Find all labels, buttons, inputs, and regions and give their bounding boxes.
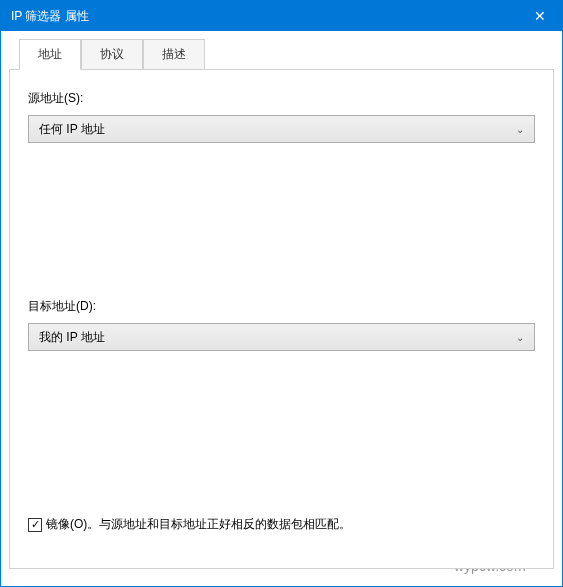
checkmark-icon: ✓	[31, 519, 40, 530]
tab-label: 协议	[100, 47, 124, 61]
mirror-checkbox[interactable]: ✓	[28, 518, 42, 532]
destination-address-group: 目标地址(D): 我的 IP 地址 ⌄	[28, 298, 535, 351]
mirror-checkbox-row: ✓ 镜像(O)。与源地址和目标地址正好相反的数据包相匹配。	[28, 516, 535, 533]
spacer	[28, 371, 535, 506]
chevron-down-icon: ⌄	[516, 332, 524, 343]
destination-address-select[interactable]: 我的 IP 地址 ⌄	[28, 323, 535, 351]
window-title: IP 筛选器 属性	[11, 8, 89, 25]
titlebar: IP 筛选器 属性 ✕	[1, 1, 562, 31]
tab-description[interactable]: 描述	[143, 39, 205, 69]
source-address-value: 任何 IP 地址	[39, 121, 105, 138]
tab-strip: 地址 协议 描述	[19, 39, 554, 69]
destination-address-label: 目标地址(D):	[28, 298, 535, 315]
spacer	[28, 163, 535, 298]
tab-protocol[interactable]: 协议	[81, 39, 143, 69]
tab-address[interactable]: 地址	[19, 39, 81, 70]
content-area: 地址 协议 描述 源地址(S): 任何 IP 地址 ⌄ 目标地址(D):	[1, 31, 562, 586]
destination-address-value: 我的 IP 地址	[39, 329, 105, 346]
tab-label: 描述	[162, 47, 186, 61]
source-address-group: 源地址(S): 任何 IP 地址 ⌄	[28, 90, 535, 143]
tab-panel-address: 源地址(S): 任何 IP 地址 ⌄ 目标地址(D): 我的 IP 地址 ⌄ ✓	[9, 69, 554, 569]
close-button[interactable]: ✕	[517, 1, 562, 31]
close-icon: ✕	[534, 8, 546, 24]
source-address-label: 源地址(S):	[28, 90, 535, 107]
tab-label: 地址	[38, 47, 62, 61]
chevron-down-icon: ⌄	[516, 124, 524, 135]
source-address-select[interactable]: 任何 IP 地址 ⌄	[28, 115, 535, 143]
mirror-checkbox-label: 镜像(O)。与源地址和目标地址正好相反的数据包相匹配。	[46, 516, 351, 533]
dialog-window: IP 筛选器 属性 ✕ 地址 协议 描述 源地址(S): 任何 IP 地址 ⌄	[0, 0, 563, 587]
